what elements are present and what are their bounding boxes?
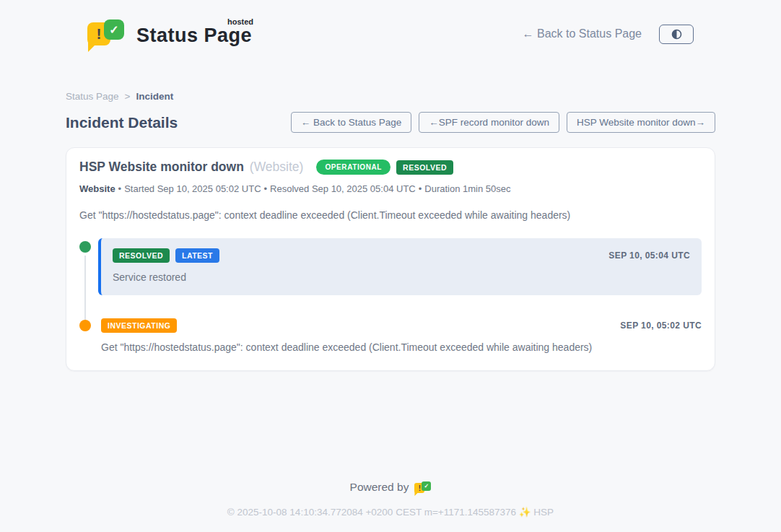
incident-meta: Website•Started Sep 10, 2025 05:02 UTC•R…	[79, 183, 702, 194]
orange-dot-icon	[79, 320, 91, 331]
page-title: Incident Details	[66, 114, 178, 131]
timeline-entry-latest: RESOLVED LATEST SEP 10, 05:04 UTC Servic…	[98, 238, 702, 295]
timeline-timestamp: SEP 10, 05:02 UTC	[620, 320, 702, 331]
powered-by-link[interactable]: Powered by ! ✓	[350, 480, 432, 494]
green-dot-icon	[79, 241, 91, 253]
contrast-icon	[671, 28, 683, 40]
powered-by-label: Powered by	[350, 481, 409, 494]
check-icon: ✓	[104, 19, 124, 40]
meta-started: Started Sep 10, 2025 05:02 UTC	[124, 183, 261, 194]
header: ! ✓ Status Page hosted ← Back to Status …	[66, 0, 715, 56]
main-content: Status Page > Incident Incident Details …	[66, 56, 715, 480]
breadcrumb-incident: Incident	[136, 91, 173, 102]
breadcrumb-status-page[interactable]: Status Page	[66, 91, 119, 102]
theme-toggle-button[interactable]	[659, 25, 694, 44]
timeline-entry: INVESTIGATING SEP 10, 05:02 UTC Get "htt…	[98, 317, 702, 353]
back-to-status-page-button[interactable]: ← Back to Status Page	[291, 112, 412, 133]
brand-superscript: hosted	[227, 17, 253, 26]
timeline-entry-header: INVESTIGATING SEP 10, 05:02 UTC	[101, 318, 702, 333]
timeline-item-resolved: RESOLVED LATEST SEP 10, 05:04 UTC Servic…	[79, 238, 702, 295]
operational-status-badge: OPERATIONAL	[316, 160, 390, 175]
resolved-badge: RESOLVED	[113, 248, 170, 263]
incident-timeline: RESOLVED LATEST SEP 10, 05:04 UTC Servic…	[79, 238, 702, 353]
app-logo[interactable]: ! ✓ Status Page hosted	[87, 17, 252, 51]
brand-name: Status Page	[136, 25, 252, 46]
incident-description: Get "https://hostedstatus.page": context…	[79, 209, 702, 221]
timeline-entry-header: RESOLVED LATEST SEP 10, 05:04 UTC	[113, 248, 690, 263]
timeline-dot-column	[79, 238, 91, 295]
copyright-text: © 2025-10-08 14:10:34.772084 +0200 CEST …	[0, 506, 781, 518]
header-right: ← Back to Status Page	[523, 25, 694, 44]
page: ! ✓ Status Page hosted ← Back to Status …	[0, 0, 781, 532]
logo-mark-icon: ! ✓	[87, 17, 128, 51]
investigating-badge: INVESTIGATING	[101, 318, 177, 333]
timeline-message: Service restored	[113, 271, 690, 283]
prev-incident-button[interactable]: ←SPF record monitor down	[419, 112, 559, 133]
incident-title: HSP Website monitor down	[79, 160, 244, 175]
logo-text: Status Page hosted	[136, 17, 252, 47]
meta-separator: •	[264, 183, 268, 194]
timeline-message: Get "https://hostedstatus.page": context…	[101, 341, 702, 353]
timeline-dot-column	[79, 317, 91, 353]
timeline-badges: INVESTIGATING	[101, 318, 177, 333]
meta-duration: Duration 1min 50sec	[424, 183, 510, 194]
title-row: Incident Details ← Back to Status Page ←…	[66, 112, 715, 133]
meta-separator: •	[118, 183, 122, 194]
check-icon: ✓	[422, 481, 431, 491]
meta-component: Website	[79, 183, 115, 194]
meta-separator: •	[419, 183, 422, 194]
timeline-badges: RESOLVED LATEST	[113, 248, 219, 263]
resolved-status-badge: RESOLVED	[396, 160, 453, 175]
breadcrumb-separator: >	[125, 91, 131, 102]
next-incident-button[interactable]: HSP Website monitor down→	[567, 112, 715, 133]
timeline-item-investigating: INVESTIGATING SEP 10, 05:02 UTC Get "htt…	[79, 317, 702, 353]
meta-resolved: Resolved Sep 10, 2025 05:04 UTC	[270, 183, 416, 194]
incident-component: (Website)	[250, 160, 304, 175]
footer-logo-icon: ! ✓	[414, 480, 431, 494]
timeline-timestamp: SEP 10, 05:04 UTC	[608, 250, 690, 261]
breadcrumb: Status Page > Incident	[66, 91, 715, 102]
incident-title-row: HSP Website monitor down (Website) OPERA…	[79, 160, 702, 175]
incident-nav-buttons: ← Back to Status Page ←SPF record monito…	[291, 112, 715, 133]
incident-card: HSP Website monitor down (Website) OPERA…	[66, 147, 715, 371]
latest-badge: LATEST	[175, 248, 219, 263]
back-to-status-page-link[interactable]: ← Back to Status Page	[523, 27, 642, 40]
footer: Powered by ! ✓ © 2025-10-08 14:10:34.772…	[0, 480, 781, 532]
